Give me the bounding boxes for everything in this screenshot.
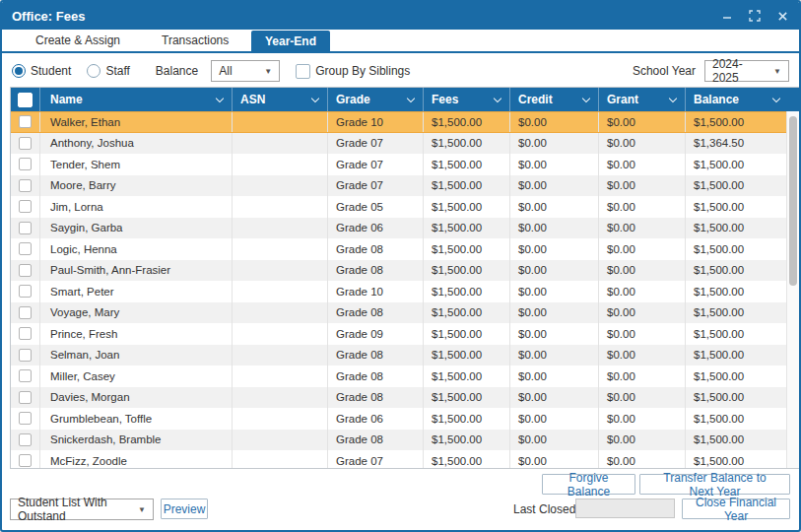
table-row[interactable]: Moore, Barry Grade 07 $1,500.00 $0.00 $0…: [11, 175, 799, 197]
school-year-label: School Year: [633, 64, 696, 78]
row-checkbox[interactable]: [19, 158, 32, 170]
cell-balance: $1,500.00: [686, 387, 788, 409]
chevron-down-icon[interactable]: [582, 95, 590, 102]
scrollbar-thumb[interactable]: [789, 116, 797, 286]
transfer-balance-button[interactable]: Transfer Balance to Next Year: [639, 474, 790, 495]
row-checkbox[interactable]: [19, 454, 32, 467]
row-checkbox[interactable]: [19, 412, 32, 425]
cell-grade: Grade 07: [328, 154, 424, 175]
cell-asn: [233, 112, 328, 132]
row-checkbox[interactable]: [19, 222, 32, 234]
table-row[interactable]: Anthony, Joshua Grade 07 $1,500.00 $0.00…: [11, 133, 799, 155]
row-checkbox[interactable]: [19, 115, 32, 128]
cell-balance: $1,500.00: [686, 281, 788, 302]
chevron-down-icon[interactable]: [669, 95, 677, 102]
table-row[interactable]: Davies, Morgan Grade 08 $1,500.00 $0.00 …: [11, 387, 799, 409]
tab-create-assign[interactable]: Create & Assign: [22, 31, 134, 51]
table-row[interactable]: Logic, Henna Grade 08 $1,500.00 $0.00 $0…: [11, 238, 799, 260]
table-row[interactable]: Grumblebean, Toffle Grade 06 $1,500.00 $…: [11, 408, 799, 430]
table-row[interactable]: Tender, Shem Grade 07 $1,500.00 $0.00 $0…: [11, 154, 799, 175]
row-checkbox[interactable]: [19, 264, 32, 277]
balance-filter-dropdown[interactable]: All▼: [211, 60, 280, 82]
cell-fees: $1,500.00: [424, 238, 510, 260]
cell-grant: $0.00: [599, 302, 686, 324]
maximize-icon[interactable]: [748, 9, 762, 23]
table-row[interactable]: Prince, Fresh Grade 09 $1,500.00 $0.00 $…: [11, 323, 799, 345]
row-checkbox[interactable]: [19, 242, 32, 255]
cell-grant: $0.00: [599, 366, 686, 387]
staff-radio[interactable]: [87, 64, 100, 78]
cell-credit: $0.00: [510, 154, 599, 175]
report-dropdown[interactable]: Student List With Outstand▼: [10, 499, 154, 520]
column-header-grade[interactable]: Grade: [328, 88, 424, 111]
select-all-checkbox[interactable]: [18, 93, 33, 107]
tab-year-end[interactable]: Year-End: [251, 31, 330, 53]
cell-grade: Grade 07: [328, 133, 424, 155]
cell-grade: Grade 07: [328, 450, 424, 468]
table-row[interactable]: Paul-Smith, Ann-Frasier Grade 08 $1,500.…: [11, 260, 799, 282]
filter-bar: Student Staff Balance All▼ Group By Sibl…: [2, 53, 799, 89]
preview-button[interactable]: Preview: [161, 499, 208, 519]
chevron-down-icon[interactable]: [407, 95, 415, 102]
table-row[interactable]: Jim, Lorna Grade 05 $1,500.00 $0.00 $0.0…: [11, 196, 799, 218]
forgive-balance-button[interactable]: Forgive Balance: [542, 474, 635, 495]
cell-balance: $1,500.00: [686, 112, 788, 132]
column-header-grant[interactable]: Grant: [599, 88, 686, 111]
cell-credit: $0.00: [510, 281, 599, 302]
column-header-name[interactable]: Name: [40, 88, 233, 111]
table-row[interactable]: Saygin, Garba Grade 06 $1,500.00 $0.00 $…: [11, 218, 799, 239]
row-checkbox[interactable]: [19, 306, 32, 319]
cell-grant: $0.00: [599, 387, 686, 409]
close-icon[interactable]: [775, 9, 789, 23]
row-checkbox[interactable]: [19, 137, 32, 150]
table-row[interactable]: Selman, Joan Grade 08 $1,500.00 $0.00 $0…: [11, 345, 799, 366]
last-closed-input: [575, 499, 675, 518]
chevron-down-icon[interactable]: [216, 95, 224, 102]
chevron-down-icon[interactable]: [772, 95, 780, 102]
cell-credit: $0.00: [510, 175, 599, 197]
row-checkbox[interactable]: [19, 327, 32, 340]
cell-balance: $1,500.00: [686, 323, 788, 345]
school-year-dropdown[interactable]: 2024-2025▼: [704, 60, 789, 82]
staff-radio-label: Staff: [105, 64, 129, 78]
cell-fees: $1,500.00: [424, 218, 510, 239]
cell-asn: [233, 450, 328, 468]
cell-grant: $0.00: [599, 430, 686, 451]
column-header-credit[interactable]: Credit: [510, 88, 599, 111]
cell-name: Prince, Fresh: [40, 323, 233, 345]
table-row[interactable]: Voyage, Mary Grade 08 $1,500.00 $0.00 $0…: [11, 302, 799, 324]
table-row[interactable]: Miller, Casey Grade 08 $1,500.00 $0.00 $…: [11, 366, 799, 387]
row-checkbox[interactable]: [19, 285, 32, 298]
table-row[interactable]: Walker, Ethan Grade 10 $1,500.00 $0.00 $…: [11, 111, 799, 133]
cell-credit: $0.00: [510, 112, 599, 132]
group-by-siblings-checkbox[interactable]: [296, 64, 310, 79]
table-row[interactable]: Smart, Peter Grade 10 $1,500.00 $0.00 $0…: [11, 281, 799, 302]
column-header-asn[interactable]: ASN: [233, 88, 328, 111]
table-row[interactable]: Snickerdash, Bramble Grade 08 $1,500.00 …: [11, 430, 799, 451]
chevron-down-icon[interactable]: [311, 95, 319, 102]
student-radio[interactable]: [12, 64, 26, 78]
minimize-icon[interactable]: [720, 9, 734, 23]
cell-grade: Grade 08: [328, 260, 424, 282]
row-checkbox[interactable]: [19, 200, 32, 213]
chevron-down-icon[interactable]: [494, 95, 501, 102]
close-financial-year-button[interactable]: Close Financial Year: [682, 499, 790, 519]
table-row[interactable]: McFizz, Zoodle Grade 07 $1,500.00 $0.00 …: [11, 450, 799, 468]
row-checkbox[interactable]: [19, 369, 32, 382]
row-checkbox[interactable]: [19, 391, 32, 404]
tab-transactions[interactable]: Transactions: [148, 31, 242, 51]
cell-name: Moore, Barry: [40, 175, 233, 197]
cell-credit: $0.00: [510, 450, 599, 468]
cell-name: Selman, Joan: [40, 345, 233, 366]
cell-balance: $1,500.00: [686, 345, 788, 366]
column-header-fees[interactable]: Fees: [424, 88, 510, 111]
row-checkbox[interactable]: [19, 349, 32, 362]
row-checkbox[interactable]: [19, 433, 32, 446]
column-header-balance[interactable]: Balance: [686, 88, 788, 111]
cell-asn: [233, 366, 328, 387]
vertical-scrollbar[interactable]: [786, 111, 799, 468]
cell-asn: [233, 430, 328, 451]
cell-grade: Grade 08: [328, 238, 424, 260]
row-checkbox[interactable]: [19, 179, 32, 192]
cell-grade: Grade 08: [328, 345, 424, 366]
